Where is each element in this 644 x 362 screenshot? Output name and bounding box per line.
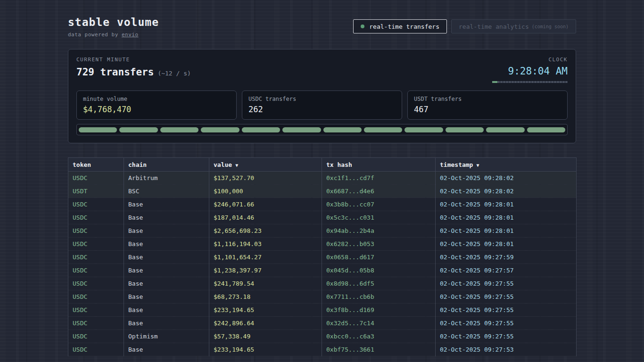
- page-title: stable volume: [68, 16, 159, 28]
- column-header-timestamp[interactable]: timestamp▼: [436, 158, 577, 172]
- usdc-transfers-box: USDC transfers 262: [242, 90, 402, 120]
- usdt-transfers-value: 467: [414, 105, 561, 114]
- minute-segment: [242, 127, 280, 132]
- token-cell: USDC: [68, 277, 124, 290]
- minute-segment: [119, 127, 157, 132]
- value-cell: $2,656,698.23: [209, 224, 322, 238]
- timestamp-cell: 02-Oct-2025 09:27:55: [436, 277, 577, 290]
- table-row: USDC Base $187,014.46 0x5c3c...c031 02-O…: [68, 211, 577, 224]
- value-cell: $68,273.18: [209, 290, 322, 304]
- value-cell: $187,014.46: [209, 211, 322, 224]
- value-cell: $1,116,194.03: [209, 238, 322, 251]
- token-cell: USDC: [68, 330, 124, 343]
- timestamp-cell: 02-Oct-2025 09:28:02: [436, 172, 577, 185]
- table-row: USDC Arbitrum $137,527.70 0xc1f1...cd7f …: [68, 172, 577, 185]
- usdc-transfers-value: 262: [248, 105, 396, 114]
- table-row: USDC Base $1,116,194.03 0x6282...b053 02…: [68, 238, 577, 251]
- minute-segments-bar: [76, 124, 568, 135]
- chain-cell: Base: [124, 290, 209, 304]
- minute-segment: [446, 127, 484, 132]
- envio-link[interactable]: envio: [122, 32, 139, 38]
- table-row: USDC Base $246,071.66 0x3b8b...cc07 02-O…: [68, 198, 577, 211]
- tx-hash-link[interactable]: 0x3f8b...d169: [322, 304, 436, 317]
- timestamp-cell: 02-Oct-2025 09:27:53: [436, 343, 577, 356]
- transfer-count-block: CURRENT MINUTE 729 transfers (~12 / s): [76, 57, 191, 78]
- chain-cell: Base: [124, 198, 209, 211]
- tx-hash-link[interactable]: 0xbcc0...c6a3: [322, 330, 436, 343]
- table-row: USDC Base $241,789.54 0x8d98...6df5 02-O…: [68, 277, 577, 290]
- tab-real-time-transfers[interactable]: real-time transfers: [353, 19, 447, 33]
- timestamp-cell: 02-Oct-2025 09:27:55: [436, 290, 577, 304]
- minute-segment: [160, 127, 198, 132]
- tx-hash-link[interactable]: 0x8d98...6df5: [322, 277, 436, 290]
- tx-hash-link[interactable]: 0x045d...05b8: [322, 264, 436, 277]
- tx-hash-link[interactable]: 0x5c3c...c031: [322, 211, 436, 224]
- token-cell: USDC: [68, 211, 124, 224]
- transfer-rate: (~12 / s): [157, 70, 190, 77]
- page: stable volume data powered by envio real…: [68, 0, 576, 356]
- chain-cell: Base: [124, 304, 209, 317]
- column-header-chain: chain: [124, 158, 209, 172]
- sort-arrow-icon: ▼: [476, 163, 479, 168]
- chain-cell: Base: [124, 277, 209, 290]
- value-cell: $137,527.70: [209, 172, 322, 185]
- transfers-table-body: USDC Arbitrum $137,527.70 0xc1f1...cd7f …: [68, 172, 577, 356]
- tx-hash-link[interactable]: 0x0658...d617: [322, 251, 436, 264]
- transfer-count: 729 transfers: [76, 66, 154, 78]
- value-cell: $1,238,397.97: [209, 264, 322, 277]
- column-header-value[interactable]: value▼: [209, 158, 322, 172]
- minute-segment: [323, 127, 362, 132]
- view-tabs: real-time transfers real-time analytics …: [353, 19, 576, 33]
- tx-hash-link[interactable]: 0x32d5...7c14: [322, 317, 436, 330]
- token-cell: USDC: [68, 224, 124, 238]
- stat-boxes: minute volume $4,768,470 USDC transfers …: [76, 90, 568, 120]
- table-row: USDT BSC $100,000 0x6687...d4e6 02-Oct-2…: [68, 185, 577, 198]
- brand: stable volume data powered by envio: [68, 16, 159, 38]
- clock-block: CLOCK 9:28:04 AM: [492, 57, 568, 83]
- column-header-tx-hash: tx hash: [322, 158, 436, 172]
- timestamp-cell: 02-Oct-2025 09:27:55: [436, 330, 577, 343]
- tx-hash-link[interactable]: 0x7711...cb6b: [322, 290, 436, 304]
- usdc-transfers-label: USDC transfers: [248, 96, 396, 102]
- tx-hash-link[interactable]: 0xc1f1...cd7f: [322, 172, 436, 185]
- chain-cell: Base: [124, 343, 209, 356]
- topbar: stable volume data powered by envio real…: [68, 16, 576, 38]
- token-cell: USDC: [68, 251, 124, 264]
- powered-by: data powered by envio: [68, 32, 159, 38]
- tx-hash-link[interactable]: 0x94ab...2b4a: [322, 224, 436, 238]
- clock-progress-fill: [492, 81, 497, 83]
- tx-hash-link[interactable]: 0xbf75...3661: [322, 343, 436, 356]
- timestamp-cell: 02-Oct-2025 09:27:55: [436, 304, 577, 317]
- tx-hash-link[interactable]: 0x3b8b...cc07: [322, 198, 436, 211]
- timestamp-cell: 02-Oct-2025 09:28:02: [436, 185, 577, 198]
- timestamp-cell: 02-Oct-2025 09:27:57: [436, 264, 577, 277]
- minute-segment: [79, 127, 117, 132]
- table-row: USDC Optimism $57,338.49 0xbcc0...c6a3 0…: [68, 330, 577, 343]
- current-minute-label: CURRENT MINUTE: [76, 57, 191, 63]
- table-row: USDC Base $1,101,654.27 0x0658...d617 02…: [68, 251, 577, 264]
- token-cell: USDC: [68, 317, 124, 330]
- value-cell: $246,071.66: [209, 198, 322, 211]
- value-cell: $100,000: [209, 185, 322, 198]
- sort-arrow-icon: ▼: [235, 163, 238, 168]
- chain-cell: Base: [124, 224, 209, 238]
- tx-hash-link[interactable]: 0x6687...d4e6: [322, 185, 436, 198]
- chain-cell: Arbitrum: [124, 172, 209, 185]
- tx-hash-link[interactable]: 0x6282...b053: [322, 238, 436, 251]
- value-cell: $233,194.65: [209, 304, 322, 317]
- timestamp-cell: 02-Oct-2025 09:28:01: [436, 224, 577, 238]
- clock-seconds-progress: [492, 81, 568, 83]
- timestamp-cell: 02-Oct-2025 09:28:01: [436, 198, 577, 211]
- minute-volume-value: $4,768,470: [83, 105, 230, 114]
- column-header-token: token: [68, 158, 124, 172]
- coming-soon-badge: (coming soon): [532, 24, 569, 29]
- table-row: USDC Base $233,194.65 0x3f8b...d169 02-O…: [68, 304, 577, 317]
- value-cell: $57,338.49: [209, 330, 322, 343]
- minute-segment: [486, 127, 524, 132]
- tab-transfers-label: real-time transfers: [369, 23, 439, 30]
- tab-real-time-analytics[interactable]: real-time analytics (coming soon): [451, 19, 576, 33]
- clock-label: CLOCK: [492, 57, 568, 63]
- token-cell: USDC: [68, 172, 124, 185]
- table-row: USDC Base $1,238,397.97 0x045d...05b8 02…: [68, 264, 577, 277]
- chain-cell: Base: [124, 264, 209, 277]
